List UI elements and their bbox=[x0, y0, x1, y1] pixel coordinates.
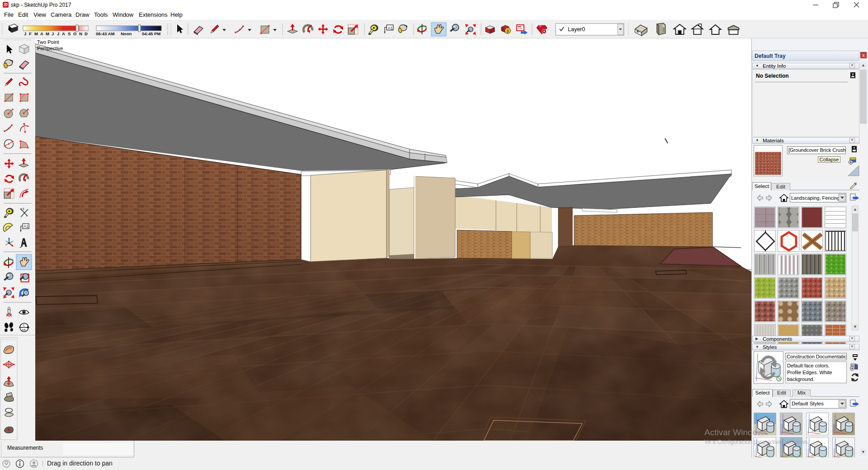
svg-text:J: J bbox=[52, 31, 54, 36]
svg-text:S: S bbox=[68, 31, 71, 36]
svg-text:J: J bbox=[24, 31, 26, 36]
svg-text:D: D bbox=[85, 31, 88, 36]
svg-text:Layer0: Layer0 bbox=[568, 26, 585, 33]
svg-text:04:45 PM: 04:45 PM bbox=[142, 31, 160, 36]
svg-text:A: A bbox=[40, 31, 43, 36]
svg-text:M: M bbox=[34, 31, 38, 36]
svg-text:J: J bbox=[57, 31, 59, 36]
svg-text:N: N bbox=[79, 31, 82, 36]
svg-text:F: F bbox=[29, 31, 32, 36]
svg-text:Noon: Noon bbox=[121, 31, 132, 36]
svg-text:06:43 AM: 06:43 AM bbox=[96, 31, 114, 36]
svg-text:O: O bbox=[73, 31, 76, 36]
svg-text:M: M bbox=[46, 31, 49, 36]
svg-text:A: A bbox=[62, 31, 65, 36]
